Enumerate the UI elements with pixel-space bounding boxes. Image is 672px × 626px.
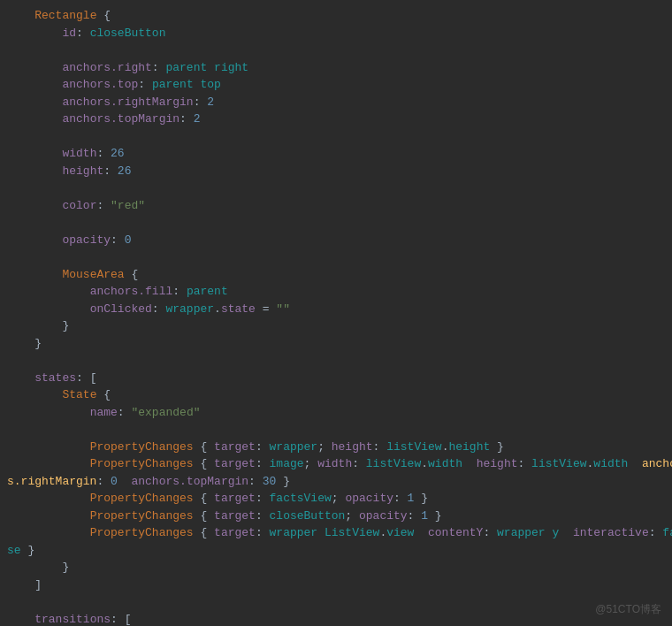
code-line-5: anchors.top: parent top xyxy=(0,76,672,94)
code-line-18: onClicked: wrapper.state = "" xyxy=(0,301,672,318)
code-line-7: anchors.topMargin: 2 xyxy=(0,111,672,128)
code-line-20: } xyxy=(0,335,672,353)
code-line-16: MouseArea { xyxy=(0,266,672,284)
code-line-12: color: "red" xyxy=(0,197,672,215)
code-line-13 xyxy=(0,214,672,232)
code-line-24: name: "expanded" xyxy=(0,404,672,422)
code-line-9: width: 26 xyxy=(0,145,672,163)
code-line-19: } xyxy=(0,317,672,335)
code-line-25 xyxy=(0,421,672,439)
code-line-35 xyxy=(0,593,672,611)
code-line-2: id: closeButton xyxy=(0,25,672,42)
code-line-6: anchors.rightMargin: 2 xyxy=(0,94,672,111)
code-line-36: transitions: [ xyxy=(0,611,672,627)
watermark: @51CTO博客 xyxy=(595,602,661,617)
code-line-4: anchors.right: parent right xyxy=(0,59,672,77)
code-line-11 xyxy=(0,179,672,197)
code-line-17: anchors.fill: parent xyxy=(0,283,672,301)
code-line-32: se } xyxy=(0,542,672,560)
code-line-1: Rectangle { xyxy=(0,7,672,25)
code-line-8 xyxy=(0,128,672,146)
code-line-26: PropertyChanges { target: wrapper; heigh… xyxy=(0,439,672,456)
code-line-27: PropertyChanges { target: image; width: … xyxy=(0,455,672,473)
code-line-29: PropertyChanges { target: factsView; opa… xyxy=(0,490,672,508)
code-line-3 xyxy=(0,42,672,59)
code-editor: Rectangle { id: closeButton anchors.righ… xyxy=(0,0,672,626)
code-line-33: } xyxy=(0,559,672,576)
code-line-23: State { xyxy=(0,386,672,404)
code-line-22: states: [ xyxy=(0,370,672,387)
code-line-28: s.rightMargin: 0 anchors.topMargin: 30 } xyxy=(0,473,672,491)
code-line-10: height: 26 xyxy=(0,163,672,180)
code-line-34: ] xyxy=(0,576,672,594)
code-line-14: opacity: 0 xyxy=(0,232,672,249)
code-line-30: PropertyChanges { target: closeButton; o… xyxy=(0,508,672,525)
code-line-15 xyxy=(0,248,672,266)
code-line-21 xyxy=(0,352,672,370)
code-line-31: PropertyChanges { target: wrapper ListVi… xyxy=(0,524,672,542)
